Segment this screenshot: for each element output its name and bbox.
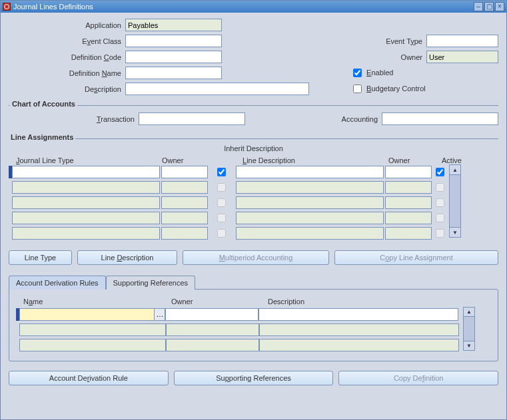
event-class-field[interactable] <box>125 35 222 47</box>
owner-cell <box>161 181 208 194</box>
description-field[interactable] <box>125 83 309 95</box>
scroll-up-icon[interactable]: ▲ <box>464 308 474 317</box>
budgetary-checkbox[interactable] <box>353 85 362 93</box>
account-derivation-rule-button[interactable]: Account Derivation Rule <box>9 371 169 385</box>
minimize-button[interactable]: – <box>474 2 483 11</box>
tab-supporting-references[interactable]: Supporting References <box>106 276 196 290</box>
ref-desc-cell <box>259 339 459 351</box>
la-scrollbar[interactable]: ▲ ▼ <box>449 164 461 238</box>
ref-name-cell <box>19 323 166 336</box>
maximize-button[interactable]: ▢ <box>484 2 494 11</box>
tabs: Account Derivation Rules Supporting Refe… <box>9 276 498 290</box>
active-checkbox <box>436 183 444 192</box>
app-icon <box>3 3 11 11</box>
copy-definition-button: Copy Definition <box>338 371 498 385</box>
tab-account-derivation-rules[interactable]: Account Derivation Rules <box>9 276 106 290</box>
ref-name-cell[interactable] <box>19 308 155 321</box>
inherit-description-header: Inherit Description <box>9 144 498 152</box>
jlt-cell <box>12 181 160 194</box>
ref-owner-cell[interactable] <box>165 308 258 321</box>
scroll-down-icon[interactable]: ▼ <box>450 227 460 237</box>
inherit-checkbox <box>217 183 226 192</box>
owner2-cell[interactable] <box>385 166 432 178</box>
owner2-cell <box>385 181 432 194</box>
owner-field[interactable] <box>426 51 498 63</box>
ref-row <box>16 322 459 337</box>
application-field[interactable] <box>125 19 222 31</box>
col-owner-2: Owner <box>388 156 438 164</box>
jlt-cell <box>12 227 160 240</box>
line-type-button[interactable]: Line Type <box>9 250 72 265</box>
definition-code-field[interactable] <box>125 51 222 63</box>
scroll-up-icon[interactable]: ▲ <box>450 165 460 175</box>
event-type-label: Event Type <box>360 37 426 45</box>
la-row <box>9 180 449 194</box>
inherit-checkbox <box>217 214 226 222</box>
owner-cell <box>161 227 208 240</box>
mid-button-row: Line Type Line Description Multiperiod A… <box>9 250 498 265</box>
col-journal-line-type: Journal Line Type <box>12 156 162 164</box>
scroll-down-icon[interactable]: ▼ <box>464 341 474 350</box>
active-checkbox <box>436 229 444 238</box>
line-desc-cell <box>236 227 384 240</box>
definition-name-field[interactable] <box>125 67 222 79</box>
event-class-label: Event Class <box>9 37 125 45</box>
content-area: Application Event Class Event Type Defin… <box>1 13 506 391</box>
la-row <box>9 164 449 179</box>
line-desc-cell[interactable] <box>236 166 384 178</box>
la-row <box>9 226 449 240</box>
owner-cell <box>161 196 208 209</box>
inherit-checkbox[interactable] <box>217 168 226 176</box>
owner2-cell <box>385 227 432 240</box>
jlt-cell <box>12 196 160 209</box>
col-name: Name <box>19 298 171 306</box>
lov-button[interactable]: … <box>155 308 165 321</box>
enabled-label: Enabled <box>366 69 393 77</box>
event-type-field[interactable] <box>426 35 498 47</box>
definition-code-label: Definition Code <box>9 53 125 61</box>
ref-desc-cell[interactable] <box>258 308 458 321</box>
owner-label: Owner <box>360 53 426 61</box>
jlt-cell[interactable] <box>12 166 160 178</box>
supporting-references-button[interactable]: Supporting References <box>174 371 334 385</box>
enabled-checkbox[interactable] <box>353 69 362 77</box>
active-checkbox[interactable] <box>436 168 444 176</box>
ref-row <box>16 337 459 352</box>
window-title: Journal Lines Definitions <box>13 3 474 11</box>
col-owner-ref: Owner <box>171 298 268 306</box>
chart-of-accounts-group: Chart of Accounts Transaction Accounting <box>9 105 498 125</box>
accounting-field[interactable] <box>382 112 498 125</box>
la-row <box>9 210 449 225</box>
ref-name-cell <box>19 339 166 351</box>
line-assignments-group: Line Assignments Inherit Description Jou… <box>9 138 498 385</box>
transaction-label: Transaction <box>9 115 139 123</box>
active-checkbox <box>436 214 444 222</box>
tab-panel: Name Owner Description … <box>9 289 498 361</box>
transaction-field[interactable] <box>139 112 245 125</box>
inherit-checkbox <box>217 198 226 207</box>
ref-desc-cell <box>259 323 459 336</box>
line-desc-cell <box>236 181 384 194</box>
description-label: Description <box>9 85 125 93</box>
line-description-button[interactable]: Line Description <box>77 250 177 265</box>
definition-name-label: Definition Name <box>9 69 125 77</box>
la-row <box>9 195 449 210</box>
owner-cell[interactable] <box>161 166 208 178</box>
bottom-button-row: Account Derivation Rule Supporting Refer… <box>9 371 498 385</box>
col-line-description: Line Description <box>239 156 388 164</box>
chart-of-accounts-title: Chart of Accounts <box>10 100 77 108</box>
owner2-cell <box>385 196 432 209</box>
application-label: Application <box>9 21 125 29</box>
col-active: Active <box>438 156 465 164</box>
active-checkbox <box>436 198 444 207</box>
copy-line-assignment-button: Copy Line Assignment <box>334 250 498 265</box>
owner2-cell <box>385 212 432 224</box>
inherit-checkbox <box>217 229 226 238</box>
ref-scrollbar[interactable]: ▲ ▼ <box>463 307 475 351</box>
window: Journal Lines Definitions – ▢ × Applicat… <box>0 0 507 420</box>
owner-cell <box>161 212 208 224</box>
col-owner-1: Owner <box>162 156 212 164</box>
close-button[interactable]: × <box>495 2 504 11</box>
line-desc-cell <box>236 196 384 209</box>
col-desc: Description <box>268 298 448 306</box>
